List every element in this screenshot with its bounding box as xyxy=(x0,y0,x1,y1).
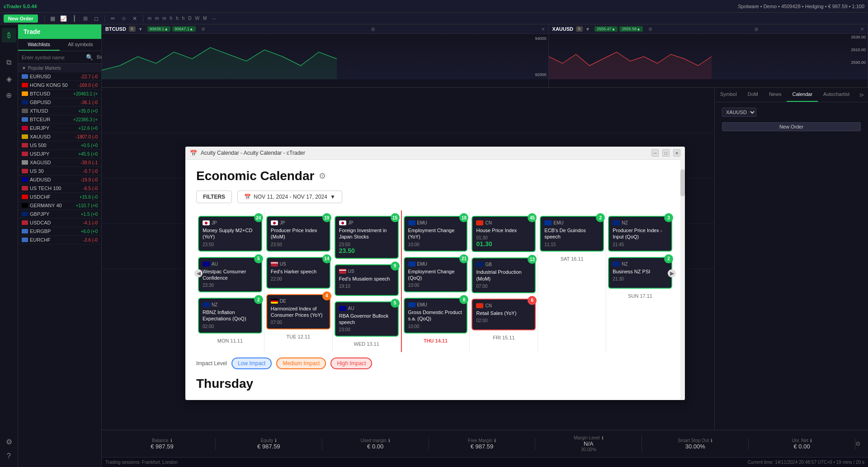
bottom-gear-icon[interactable]: ⚙ xyxy=(855,440,861,447)
xauusd-close-icon[interactable]: ✕ xyxy=(860,27,864,32)
search-icon[interactable]: 🔍 xyxy=(86,54,93,61)
list-item[interactable]: GERMANY 40 +110.7 (+0 xyxy=(18,201,101,210)
btcusd-settings-icon[interactable]: ⚙ xyxy=(201,27,205,32)
symbol-search-bar[interactable]: 🔍 Bid Ask xyxy=(18,51,101,64)
tab-news[interactable]: News xyxy=(764,88,787,102)
free-margin-info-icon[interactable]: ℹ xyxy=(494,438,496,443)
list-item[interactable]: USDCAD -4.1 (-0 xyxy=(18,219,101,227)
list-item[interactable]: US TECH 100 -6.5 (-0 xyxy=(18,184,101,193)
list-item[interactable]: GBPUSD -36.1 (-0 xyxy=(18,98,101,107)
day-col-wed: 15 JP Foreign Investment in Japan Stocks… xyxy=(333,210,401,352)
search-input[interactable] xyxy=(22,55,84,60)
econ-card[interactable]: 5 AU RBA Governor Bullock speech 23:00 xyxy=(335,301,399,337)
econ-card[interactable]: 4 DE Harmonized Index of Consumer Prices… xyxy=(266,294,330,330)
chart-icon[interactable]: 📈 xyxy=(59,14,68,23)
tab-dom[interactable]: DoM xyxy=(742,88,764,102)
list-item[interactable]: USDCHF +15.6 (-0 xyxy=(18,193,101,201)
all-symbols-tab[interactable]: All symbols xyxy=(60,39,101,51)
econ-settings-icon[interactable]: ⚙ xyxy=(319,171,326,181)
copy-icon-btn[interactable]: ⧉ xyxy=(2,55,16,70)
bar-icon[interactable]: ⊞ xyxy=(81,14,90,23)
econ-card[interactable]: 19 JP Producer Price Index (MoM) 23:50 xyxy=(266,216,330,252)
watchlists-tab[interactable]: Watchlists xyxy=(18,39,60,51)
line-icon[interactable]: ◻ xyxy=(92,14,101,23)
popular-markets-section[interactable]: ▼ Popular Markets xyxy=(18,64,101,72)
list-item[interactable]: BTCUSD +20463.1 (+ xyxy=(18,90,101,98)
econ-card[interactable]: 2 NZ Business NZ PSI 21:30 xyxy=(608,257,672,289)
tab-calendar[interactable]: Calendar xyxy=(787,88,818,102)
candle-icon[interactable]: ┃ xyxy=(70,14,79,23)
list-item[interactable]: BTCEUR +22386.3 (+ xyxy=(18,115,101,124)
econ-card[interactable]: 5 AU Westpac Consumer Confidence 23:30 xyxy=(198,257,262,293)
cursor-icon[interactable]: ⊹ xyxy=(119,14,128,23)
settings-icon[interactable]: ⚙ xyxy=(2,434,16,449)
econ-date-range-button[interactable]: 📅 NOV 11, 2024 - NOV 17, 2024 ▼ xyxy=(237,191,342,203)
new-order-button[interactable]: New Order xyxy=(4,14,38,23)
list-item[interactable]: XAUUSD -1807.0 (-0 xyxy=(18,133,101,141)
algo-icon-btn[interactable]: ◈ xyxy=(2,71,16,86)
list-item[interactable]: EURCHF -3.6 (-0 xyxy=(18,236,101,244)
econ-card[interactable]: 3 NZ Producer Price Index - Input (QoQ) … xyxy=(608,216,672,252)
econ-card[interactable]: 45 CN House Price Index 01:30 01.30 xyxy=(472,216,536,252)
new-order-right-button[interactable]: New Order xyxy=(722,122,861,131)
econ-card[interactable]: 8 EMU Gross Domestic Product s.a. (QoQ) … xyxy=(404,298,468,334)
card-event-time: 10:00 xyxy=(408,283,463,288)
low-impact-badge[interactable]: Low Impact xyxy=(231,357,272,369)
analyze-icon-btn[interactable]: ⊕ xyxy=(2,88,16,102)
list-item[interactable]: USDJPY +45.5 (+0 xyxy=(18,150,101,158)
help-icon[interactable]: ? xyxy=(2,449,16,463)
econ-card[interactable]: 13 GB Industrial Production (MoM) 07:00 xyxy=(472,257,536,293)
list-item[interactable]: EURGBP +6.0 (+0 xyxy=(18,227,101,236)
scroll-right-button[interactable]: ▶ xyxy=(668,269,676,277)
econ-minimize-button[interactable]: ─ xyxy=(651,149,659,157)
xauusd-settings-icon[interactable]: ⚙ xyxy=(648,27,652,32)
symbol-select[interactable]: XAUUSD xyxy=(722,108,756,117)
card-event-time: 07:00 xyxy=(476,284,531,289)
econ-heading: Economic Calendar xyxy=(196,169,314,183)
more-icon[interactable]: ··· xyxy=(209,14,218,23)
econ-card[interactable]: 14 US Fed's Harker speech 22:00 xyxy=(266,257,330,289)
econ-card[interactable]: 21 EMU Employment Change (QoQ) 10:00 xyxy=(404,257,468,293)
list-item[interactable]: US 500 +0.5 (+0 xyxy=(18,141,101,150)
econ-card[interactable]: 2 EMU ECB's De Guindos speech 11:15 xyxy=(540,216,604,252)
list-item[interactable]: HONG KONG 50 -169.0 (-0 xyxy=(18,81,101,90)
list-item[interactable]: AUDUSD -19.9 (-0 xyxy=(18,176,101,184)
high-impact-badge[interactable]: High Impact xyxy=(330,357,372,369)
econ-maximize-button[interactable]: □ xyxy=(662,149,670,157)
trade-icon[interactable]: ₿ xyxy=(2,28,16,43)
econ-card[interactable]: 9 US Fed's Musalem speech 19:10 xyxy=(335,264,399,296)
unr-net-info-icon[interactable]: ℹ xyxy=(810,438,812,443)
list-item[interactable]: EURUSD -22.7 (-0 xyxy=(18,72,101,81)
symbol-name: HONG KONG 50 xyxy=(30,82,78,88)
right-panel-expand-icon[interactable]: ⊳ xyxy=(856,88,868,102)
econ-card[interactable]: 2 NZ RBNZ Inflation Expectations (QoQ) 0… xyxy=(198,298,262,334)
econ-card[interactable]: 18 EMU Employment Change (YoY) 10:00 xyxy=(404,216,468,252)
econ-filter-button[interactable]: FILTERS xyxy=(196,191,232,203)
balance-info-icon[interactable]: ℹ xyxy=(170,438,172,443)
btcusd-close-icon[interactable]: ✕ xyxy=(541,27,545,32)
xauusd-pop-icon[interactable]: ⊞ xyxy=(755,27,758,32)
scroll-left-button[interactable]: ◀ xyxy=(194,269,203,277)
draw-icon[interactable]: ✏ xyxy=(108,14,118,23)
equity-info-icon[interactable]: ℹ xyxy=(275,438,277,443)
econ-card[interactable]: 6 CN Retail Sales (YoY) 02:00 xyxy=(472,299,536,330)
tab-autochartist[interactable]: Autochartist xyxy=(818,88,855,102)
list-item[interactable]: XTIUSD +35.0 (+0 xyxy=(18,107,101,115)
list-item[interactable]: EURJPY +12.6 (+0 xyxy=(18,124,101,133)
econ-card[interactable]: 15 JP Foreign Investment in Japan Stocks… xyxy=(335,216,399,259)
smart-stop-info-icon[interactable]: ℹ xyxy=(711,438,712,443)
cross-icon[interactable]: ✕ xyxy=(130,14,139,23)
medium-impact-badge[interactable]: Medium Impact xyxy=(276,357,326,369)
used-margin-info-icon[interactable]: ℹ xyxy=(388,438,390,443)
margin-level-info-icon[interactable]: ℹ xyxy=(602,435,604,440)
spotware-header: cTrader 5.0.44 Spotware • Demo • 4509428… xyxy=(0,0,868,13)
chart-type-icon[interactable]: ▦ xyxy=(48,14,57,23)
econ-card[interactable]: 24 JP Money Supply M2+CD (YoY) 23:50 xyxy=(198,216,262,252)
list-item[interactable]: US 30 -0.7 (-0 xyxy=(18,167,101,176)
econ-close-button[interactable]: ✕ xyxy=(673,149,680,157)
list-item[interactable]: GBPJPY +1.5 (+0 xyxy=(18,210,101,219)
econ-scrollbar[interactable] xyxy=(680,160,685,400)
tab-symbol[interactable]: Symbol xyxy=(715,88,742,102)
list-item[interactable]: XAGUSD -39.0 (-1 xyxy=(18,158,101,167)
btcusd-pop-icon[interactable]: ⊞ xyxy=(371,27,375,32)
